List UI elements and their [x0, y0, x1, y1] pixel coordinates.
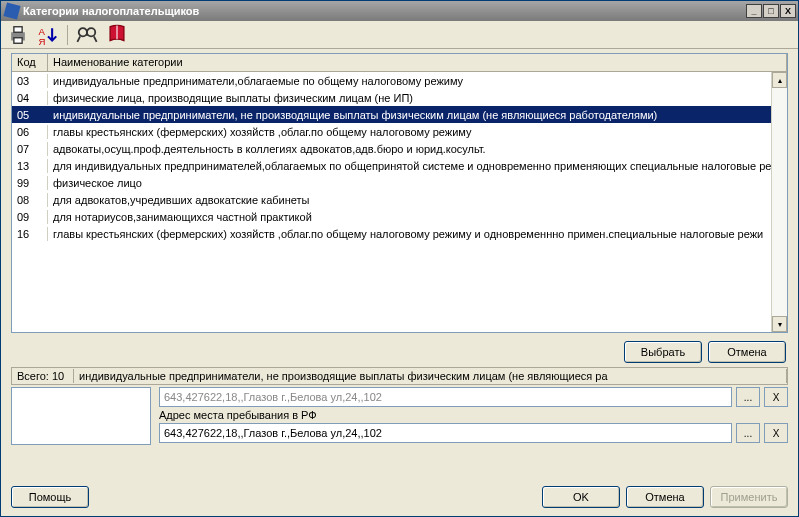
address-input[interactable]: 643,427622,18,,Глазов г.,Белова ул,24,,1… [159, 423, 732, 443]
toolbar: АЯ [1, 21, 798, 49]
svg-line-9 [94, 36, 97, 42]
minimize-button[interactable]: _ [746, 4, 762, 18]
address-row: 643,427622,18,,Глазов г.,Белова ул,24,,1… [159, 423, 788, 443]
footer: Помощь OK Отмена Применить [1, 480, 798, 516]
address-clear-button[interactable]: X [764, 423, 788, 443]
close-button[interactable]: X [780, 4, 796, 18]
select-button[interactable]: Выбрать [624, 341, 702, 363]
table-row[interactable]: 99физическое лицо [12, 174, 787, 191]
table-row[interactable]: 09для нотариусов,занимающихся частной пр… [12, 208, 787, 225]
window-title: Категории налогоплательщиков [23, 5, 746, 17]
table-header: Код Наименование категории [12, 54, 787, 72]
table-row[interactable]: 08для адвокатов,учредивших адвокатские к… [12, 191, 787, 208]
dialog-button-row: Выбрать Отмена [11, 333, 788, 367]
cell-name: индивидуальные предприниматели, не произ… [48, 108, 787, 122]
table-body[interactable]: 03индивидуальные предприниматели,облагае… [12, 72, 787, 332]
table-row[interactable]: 06главы крестьянских (фермерских) хозяйс… [12, 123, 787, 140]
address-more-button[interactable]: ... [736, 423, 760, 443]
svg-line-8 [77, 36, 80, 42]
preview-thumbnail [11, 387, 151, 445]
address-fields: 643,427622,18,,Глазов г.,Белова ул,24,,1… [159, 387, 788, 445]
toolbar-separator [67, 25, 68, 45]
status-total: Всего: 10 [12, 369, 74, 383]
table-row[interactable]: 07адвокаты,осущ.проф.деятельность в колл… [12, 140, 787, 157]
cell-code: 08 [12, 193, 48, 207]
scroll-track[interactable] [772, 88, 787, 316]
content-area: Код Наименование категории 03индивидуаль… [1, 49, 798, 480]
table-row[interactable]: 03индивидуальные предприниматели,облагае… [12, 72, 787, 89]
footer-cancel-button[interactable]: Отмена [626, 486, 704, 508]
table-row[interactable]: 16главы крестьянских (фермерских) хозяйс… [12, 225, 787, 242]
sort-icon[interactable]: АЯ [37, 24, 59, 46]
svg-rect-2 [14, 37, 22, 43]
cancel-button[interactable]: Отмена [708, 341, 786, 363]
cell-name: физические лица, производящие выплаты фи… [48, 91, 787, 105]
status-current: индивидуальные предприниматели, не произ… [74, 369, 787, 383]
cell-code: 06 [12, 125, 48, 139]
cell-code: 05 [12, 108, 48, 122]
app-icon [3, 2, 20, 19]
address-label: Адрес места пребывания в РФ [159, 409, 788, 421]
scroll-up-button[interactable]: ▴ [772, 72, 787, 88]
address-top-input[interactable]: 643,427622,18,,Глазов г.,Белова ул,24,,1… [159, 387, 732, 407]
help-button[interactable]: Помощь [11, 486, 89, 508]
ok-button[interactable]: OK [542, 486, 620, 508]
window-controls: _ □ X [746, 4, 796, 18]
categories-table: Код Наименование категории 03индивидуаль… [11, 53, 788, 333]
maximize-button[interactable]: □ [763, 4, 779, 18]
app-window: Категории налогоплательщиков _ □ X АЯ Ко… [0, 0, 799, 517]
address-top-row: 643,427622,18,,Глазов г.,Белова ул,24,,1… [159, 387, 788, 407]
cell-name: адвокаты,осущ.проф.деятельность в коллег… [48, 142, 787, 156]
cell-name: для нотариусов,занимающихся частной прак… [48, 210, 787, 224]
apply-button[interactable]: Применить [710, 486, 788, 508]
table-row[interactable]: 13для индивидуальных предпринимателей,об… [12, 157, 787, 174]
address-top-clear-button[interactable]: X [764, 387, 788, 407]
status-bar: Всего: 10 индивидуальные предприниматели… [11, 367, 788, 385]
address-top-more-button[interactable]: ... [736, 387, 760, 407]
cell-code: 07 [12, 142, 48, 156]
cell-name: индивидуальные предприниматели,облагаемы… [48, 74, 787, 88]
cell-name: для адвокатов,учредивших адвокатские каб… [48, 193, 787, 207]
cell-name: главы крестьянских (фермерских) хозяйств… [48, 227, 787, 241]
find-icon[interactable] [76, 24, 98, 46]
cell-name: для индивидуальных предпринимателей,обла… [48, 159, 787, 173]
svg-text:Я: Я [38, 35, 45, 45]
vertical-scrollbar[interactable]: ▴ ▾ [771, 72, 787, 332]
cell-code: 13 [12, 159, 48, 173]
cell-code: 16 [12, 227, 48, 241]
cell-code: 03 [12, 74, 48, 88]
cell-code: 99 [12, 176, 48, 190]
help-icon[interactable] [106, 24, 128, 46]
col-header-code[interactable]: Код [12, 54, 48, 71]
lower-panel: 643,427622,18,,Глазов г.,Белова ул,24,,1… [11, 387, 788, 445]
title-bar: Категории налогоплательщиков _ □ X [1, 1, 798, 21]
cell-name: главы крестьянских (фермерских) хозяйств… [48, 125, 787, 139]
table-row[interactable]: 05индивидуальные предприниматели, не про… [12, 106, 787, 123]
print-icon[interactable] [7, 24, 29, 46]
svg-rect-1 [14, 26, 22, 32]
col-header-name[interactable]: Наименование категории [48, 54, 787, 71]
table-row[interactable]: 04физические лица, производящие выплаты … [12, 89, 787, 106]
cell-code: 04 [12, 91, 48, 105]
cell-code: 09 [12, 210, 48, 224]
scroll-down-button[interactable]: ▾ [772, 316, 787, 332]
cell-name: физическое лицо [48, 176, 787, 190]
